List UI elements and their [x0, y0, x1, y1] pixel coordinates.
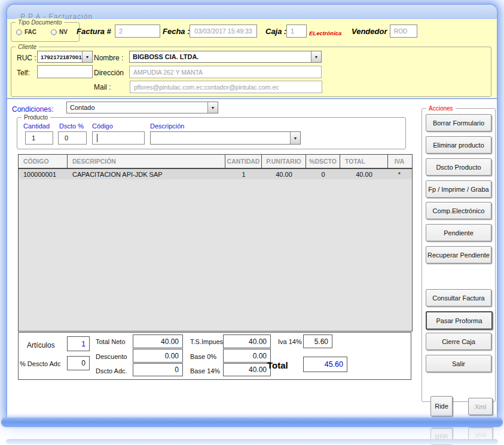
table-header-row: CÓDIGO DESCRIPCIÓN CANTIDAD P.UNITARIO %…	[19, 155, 412, 169]
mail-input[interactable]: pflores@pintulac.com.ec;contador@pintula…	[130, 81, 322, 93]
total-neto-value: 40.00	[133, 334, 183, 348]
ruc-select[interactable]: 1792172187001 ▼	[37, 51, 93, 63]
dropdown-arrow-icon[interactable]: ▼	[311, 51, 321, 62]
column-header-descripcion[interactable]: DESCRIPCIÓN	[68, 155, 225, 168]
total-value: 45.60	[303, 357, 347, 372]
descuento-value: 0.00	[133, 349, 183, 363]
cell-total: 40.00	[340, 169, 388, 179]
condiciones-label: Condiciones:	[12, 105, 53, 113]
table-row[interactable]: 100000001 CAPACITACION API-JDK SAP 1 40.…	[19, 169, 412, 179]
fecha-label: Fecha :	[163, 27, 190, 36]
tipo-documento-group: Tipo Documento FAC NV	[11, 22, 80, 42]
application-window: P P A - Facturación Tipo Documento FAC N…	[0, 0, 504, 445]
telf-input[interactable]	[37, 65, 93, 78]
window-reflection-strip	[6, 439, 498, 444]
base-14-label: Base 14%	[190, 367, 220, 375]
codigo-input[interactable]	[92, 131, 145, 145]
descripcion-select[interactable]: ▼	[150, 131, 301, 145]
radio-icon	[51, 29, 57, 35]
cell-descripcion: CAPACITACION API-JDK SAP	[68, 169, 225, 179]
descto-adc-pct-value[interactable]: 0	[67, 356, 90, 370]
column-header-total[interactable]: TOTAL	[340, 155, 388, 168]
title-bar[interactable]: P P A - Facturación	[7, 5, 497, 19]
comp-electronico-button[interactable]: Comp.Electrónico	[426, 202, 491, 219]
borrar-formulario-button[interactable]: Borrar Formulario	[426, 114, 491, 131]
cell-cantidad: 1	[225, 169, 262, 179]
descuento-label: Descuento	[96, 353, 127, 360]
direccion-input[interactable]: AMPUDIA 262 Y MANTA	[129, 66, 322, 78]
cell-punitario: 40.00	[262, 169, 306, 179]
cell-dscto: 0	[306, 169, 340, 179]
iva-14-value: 5.60	[303, 334, 332, 348]
dscto-label: Dscto %	[59, 122, 84, 130]
fp-imprime-graba-button[interactable]: Fp / Imprime / Graba	[426, 180, 491, 198]
ruc-value: 1792172187001	[38, 51, 82, 62]
articulos-label: Artículos	[27, 341, 55, 349]
articulos-value: 1	[67, 336, 90, 351]
pendiente-button[interactable]: Pendiente	[426, 224, 491, 241]
producto-legend: Producto	[22, 113, 50, 121]
dscto-adc-label: Dscto Adc.	[96, 367, 127, 375]
cliente-legend: Cliente	[16, 43, 39, 51]
total-neto-label: Total Neto	[96, 338, 126, 345]
cell-iva: *	[388, 169, 411, 179]
dscto-adc-value: 0	[133, 363, 183, 376]
acciones-legend: Acciones	[426, 105, 456, 112]
descripcion-value	[151, 132, 290, 144]
direccion-label: Dirección	[94, 69, 124, 77]
tipo-documento-legend: Tipo Documento	[16, 19, 64, 26]
eliminar-producto-button[interactable]: Eliminar producto	[426, 136, 491, 154]
nombre-label: Nombre :	[94, 54, 123, 62]
xml-button[interactable]: Xml	[468, 398, 493, 415]
caja-input[interactable]: 1	[286, 24, 307, 38]
column-header-punitario[interactable]: P.UNITARIO	[262, 155, 306, 168]
table-empty-area	[19, 179, 412, 331]
descripcion-label: Descripción	[150, 122, 184, 130]
column-header-codigo[interactable]: CÓDIGO	[19, 155, 68, 168]
cantidad-label: Cantidad	[23, 122, 50, 130]
total-label: Total	[267, 360, 288, 370]
descto-adc-pct-label: % Descto Adc	[20, 360, 60, 367]
condiciones-value: Contado	[67, 102, 207, 113]
radio-icon	[16, 29, 22, 35]
dropdown-arrow-icon[interactable]: ▼	[207, 102, 218, 113]
column-header-cantidad[interactable]: CANTIDAD	[225, 155, 262, 168]
radio-nv-label: NV	[59, 29, 68, 35]
mail-label: Mail :	[94, 83, 111, 91]
radio-fac[interactable]: FAC	[16, 29, 36, 35]
radio-fac-label: FAC	[25, 29, 36, 35]
ride-button[interactable]: Ride	[430, 396, 453, 416]
cantidad-input[interactable]: 1	[25, 131, 53, 145]
base-14-value: 40.00	[223, 363, 271, 376]
dscto-input[interactable]: 0	[58, 131, 87, 145]
condiciones-select[interactable]: Contado ▼	[66, 102, 218, 113]
nombre-select[interactable]: BIGBOSS CIA. LTDA. ▼	[129, 51, 322, 63]
dropdown-arrow-icon[interactable]: ▼	[82, 51, 92, 62]
radio-nv[interactable]: NV	[51, 29, 68, 35]
codigo-label: Código	[92, 122, 113, 130]
salir-button[interactable]: Salir	[426, 355, 491, 372]
pasar-proforma-button[interactable]: Pasar Proforma	[426, 311, 493, 330]
column-header-iva[interactable]: IVA	[388, 155, 411, 168]
cierre-caja-button[interactable]: Cierre Caja	[426, 333, 491, 350]
dropdown-arrow-icon[interactable]: ▼	[290, 132, 300, 144]
factura-input[interactable]: 2	[115, 24, 160, 38]
caja-label: Caja :	[265, 27, 286, 36]
iva-14-label: Iva 14%	[278, 338, 302, 345]
nombre-value: BIGBOSS CIA. LTDA.	[130, 51, 311, 62]
electronica-badge: ELectrónica	[309, 30, 341, 36]
base-0-value: 0.00	[223, 349, 271, 363]
factura-label: Factura #	[77, 27, 111, 36]
ts-impuesto-value: 40.00	[223, 334, 271, 348]
ruc-label: RUC :	[17, 54, 36, 62]
vendedor-label: Vendedor :	[352, 27, 392, 36]
recuperar-pendiente-button[interactable]: Recuperar Pendiente	[426, 246, 491, 263]
text-cursor	[97, 134, 97, 142]
window-bottom-border	[1, 418, 503, 427]
column-header-dscto[interactable]: %DSCTO	[306, 155, 340, 168]
vendedor-input[interactable]: ROD	[390, 24, 417, 38]
dscto-producto-button[interactable]: Dscto Producto	[426, 158, 491, 176]
fecha-input[interactable]: 03/03/2017 15:49:33	[190, 24, 257, 38]
consultar-factura-button[interactable]: Consultar Factura	[426, 289, 491, 306]
items-table: CÓDIGO DESCRIPCIÓN CANTIDAD P.UNITARIO %…	[18, 154, 413, 332]
